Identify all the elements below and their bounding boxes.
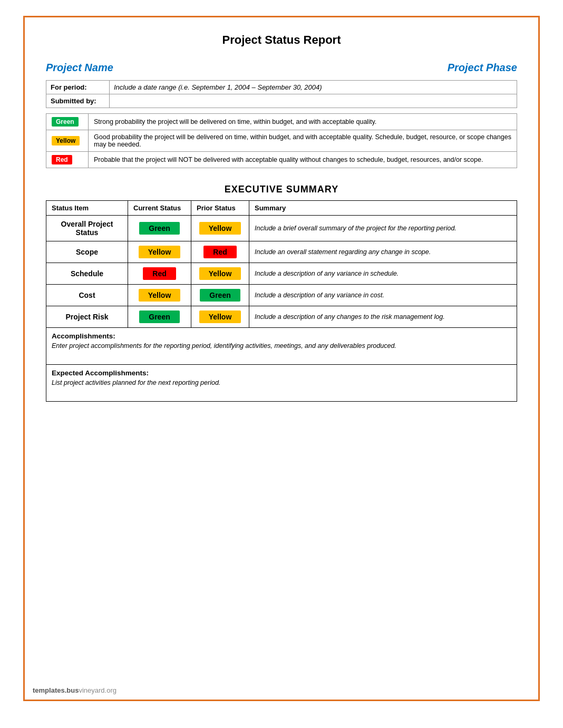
exec-table-row: ScheduleRedYellowInclude a description o… — [46, 263, 517, 285]
current-status-pill: Yellow — [139, 246, 181, 258]
legend-row-yellow: Yellow Good probability the project will… — [46, 130, 517, 152]
legend-green-badge-cell: Green — [46, 114, 89, 130]
summary-cell: Include a brief overall summary of the p… — [249, 216, 517, 241]
prior-status-cell: Green — [191, 285, 249, 306]
legend-yellow-badge-cell: Yellow — [46, 130, 89, 152]
project-phase-label: Project Phase — [448, 62, 517, 74]
accomplishments-section: Accomplishments: Enter project accomplis… — [46, 328, 517, 365]
period-value: Include a date range (i.e. September 1, … — [110, 81, 517, 94]
col-current-status: Current Status — [128, 201, 191, 216]
current-status-cell: Yellow — [128, 285, 191, 306]
info-table: For period: Include a date range (i.e. S… — [46, 80, 517, 108]
green-badge: Green — [52, 117, 79, 127]
current-status-pill: Yellow — [139, 289, 181, 302]
footer: templates.busvineyard.org — [33, 686, 117, 694]
info-row-submitted: Submitted by: — [46, 94, 517, 108]
exec-table-row: Overall Project StatusGreenYellowInclude… — [46, 216, 517, 241]
exec-table-row: ScopeYellowRedInclude an overall stateme… — [46, 241, 517, 263]
col-prior-status: Prior Status — [191, 201, 249, 216]
info-row-period: For period: Include a date range (i.e. S… — [46, 81, 517, 94]
red-badge: Red — [52, 155, 72, 164]
exec-table-row: CostYellowGreenInclude a description of … — [46, 285, 517, 306]
legend-red-badge-cell: Red — [46, 152, 89, 168]
period-label: For period: — [46, 81, 110, 94]
footer-bold: templates.bus — [33, 686, 79, 694]
submitted-value — [110, 94, 517, 108]
status-item-cell: Cost — [46, 285, 128, 306]
exec-table-row: Project RiskGreenYellowInclude a descrip… — [46, 306, 517, 328]
prior-status-pill: Green — [200, 289, 240, 302]
current-status-cell: Yellow — [128, 241, 191, 263]
exec-summary-title: EXECUTIVE SUMMARY — [46, 184, 517, 195]
status-item-cell: Project Risk — [46, 306, 128, 328]
legend-row-red: Red Probable that the project will NOT b… — [46, 152, 517, 168]
prior-status-pill: Yellow — [199, 222, 241, 235]
current-status-pill: Green — [139, 222, 179, 235]
prior-status-cell: Yellow — [191, 216, 249, 241]
prior-status-pill: Red — [203, 246, 236, 258]
status-item-cell: Scope — [46, 241, 128, 263]
project-name-label: Project Name — [46, 62, 113, 74]
expected-body: List project activities planned for the … — [52, 379, 511, 386]
page-title: Project Status Report — [46, 33, 517, 47]
current-status-cell: Green — [128, 306, 191, 328]
prior-status-pill: Yellow — [199, 267, 241, 280]
legend-red-desc: Probable that the project will NOT be de… — [89, 152, 517, 168]
exec-summary-table: Status Item Current Status Prior Status … — [46, 200, 517, 328]
status-item-cell: Schedule — [46, 263, 128, 285]
col-summary: Summary — [249, 201, 517, 216]
yellow-badge: Yellow — [52, 136, 80, 145]
summary-cell: Include a description of any changes to … — [249, 306, 517, 328]
current-status-pill: Red — [143, 267, 176, 280]
prior-status-cell: Red — [191, 241, 249, 263]
page-wrapper: Project Status Report Project Name Proje… — [23, 16, 540, 701]
current-status-pill: Green — [139, 310, 179, 323]
submitted-label: Submitted by: — [46, 94, 110, 108]
summary-cell: Include an overall statement regarding a… — [249, 241, 517, 263]
col-status-item: Status Item — [46, 201, 128, 216]
project-header: Project Name Project Phase — [46, 62, 517, 74]
expected-title: Expected Accomplishments: — [52, 369, 511, 377]
expected-accomplishments-section: Expected Accomplishments: List project a… — [46, 365, 517, 402]
legend-table: Green Strong probability the project wil… — [46, 113, 517, 168]
prior-status-cell: Yellow — [191, 306, 249, 328]
summary-cell: Include a description of any variance in… — [249, 263, 517, 285]
legend-row-green: Green Strong probability the project wil… — [46, 114, 517, 130]
status-item-cell: Overall Project Status — [46, 216, 128, 241]
exec-table-header: Status Item Current Status Prior Status … — [46, 201, 517, 216]
current-status-cell: Red — [128, 263, 191, 285]
prior-status-cell: Yellow — [191, 263, 249, 285]
legend-green-desc: Strong probability the project will be d… — [89, 114, 517, 130]
accomplishments-title: Accomplishments: — [52, 332, 511, 340]
accomplishments-body: Enter project accomplishments for the re… — [52, 342, 511, 350]
prior-status-pill: Yellow — [199, 310, 241, 323]
summary-cell: Include a description of any variance in… — [249, 285, 517, 306]
footer-rest: vineyard.org — [79, 686, 117, 694]
current-status-cell: Green — [128, 216, 191, 241]
legend-yellow-desc: Good probability the project will be del… — [89, 130, 517, 152]
